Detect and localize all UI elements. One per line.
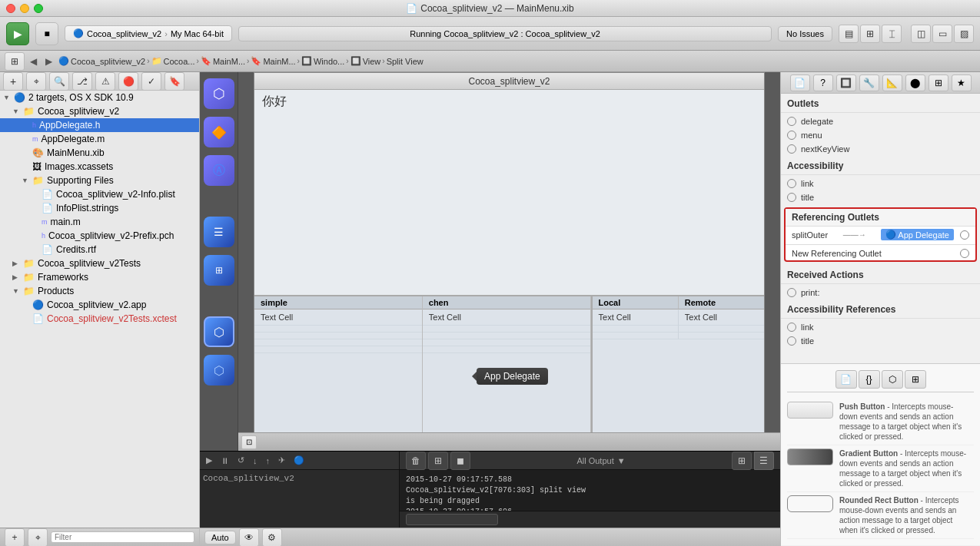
breadcrumb-item-5[interactable]: 🔲 Windo... xyxy=(301,56,344,66)
add-file-button[interactable]: + xyxy=(3,72,23,91)
ib-second-btn[interactable]: ⬡ xyxy=(204,355,234,386)
ib-xcode-btn[interactable]: Ⓐ xyxy=(204,155,234,186)
ib-placeholder-btn[interactable]: ⬡ xyxy=(204,78,234,109)
traffic-lights[interactable] xyxy=(6,4,43,13)
errors-button[interactable]: 🔴 xyxy=(118,72,138,91)
rt-identity-btn[interactable]: 🔲 xyxy=(836,74,856,91)
stop-button[interactable]: ■ xyxy=(35,22,58,45)
tree-item-xctest[interactable]: 📄 Cocoa_splitview_v2Tests.xctest xyxy=(0,312,199,326)
library-button[interactable]: ⊞ xyxy=(5,52,25,71)
debug-toggle[interactable]: ▭ xyxy=(932,25,952,43)
log-step-btn[interactable]: ↺ xyxy=(234,454,247,467)
log-step4-btn[interactable]: ✈ xyxy=(275,454,288,467)
breadcrumb-item-4[interactable]: 🔖 MainM... xyxy=(251,56,295,66)
minimize-button[interactable] xyxy=(20,4,29,13)
rt-effects-btn[interactable]: ★ xyxy=(952,74,972,91)
tree-item-prefix-pch[interactable]: h Cocoa_splitview_v2-Prefix.pch xyxy=(0,229,199,243)
tab-layout-icon[interactable]: ⊞ xyxy=(905,370,926,389)
outlet-nextkeyview-circle[interactable] xyxy=(787,144,796,154)
ref-outlet-connection-circle[interactable] xyxy=(960,230,969,240)
editor-standard-button[interactable]: ▤ xyxy=(839,25,859,43)
tree-group-tests[interactable]: ▶ 📁 Cocoa_splitview_v2Tests xyxy=(0,256,199,270)
breadcrumb-item-6[interactable]: 🔲 View xyxy=(350,56,381,66)
ib-list-btn[interactable]: ☰ xyxy=(204,217,234,247)
ib-materials-btn[interactable]: 🔶 xyxy=(204,117,234,147)
log-play-btn[interactable]: ▶ xyxy=(203,454,215,467)
tab-code-icon[interactable]: {} xyxy=(859,370,880,389)
auto-selector[interactable]: Auto xyxy=(204,531,236,544)
tree-item-appdelegate-h[interactable]: h AppDelegate.h xyxy=(0,118,199,132)
settings-button[interactable]: ⚙ xyxy=(262,528,282,547)
breadcrumb-item-1[interactable]: 🔵 Cocoa_splitview_v2 xyxy=(58,56,145,66)
ib-zoom-fit[interactable]: ⊡ xyxy=(241,435,257,449)
action-print-circle[interactable] xyxy=(787,288,796,297)
ib-active-btn[interactable]: ⬡ xyxy=(204,316,234,347)
tree-item-app[interactable]: 🔵 Cocoa_splitview_v2.app xyxy=(0,298,199,312)
tree-group-supporting[interactable]: ▼ 📁 Supporting Files xyxy=(0,174,199,187)
filter-button[interactable]: ⌖ xyxy=(26,72,46,91)
ref-outlet-new[interactable]: New Referencing Outlet xyxy=(786,247,975,260)
tree-item-images[interactable]: 🖼 Images.xcassets xyxy=(0,160,199,174)
filter-icon-btn[interactable]: ⌖ xyxy=(28,528,48,547)
tests-button[interactable]: ✓ xyxy=(141,72,161,91)
ref-outlet-new-circle[interactable] xyxy=(960,249,969,258)
tree-item-appdelegate-m[interactable]: m AppDelegate.m xyxy=(0,132,199,146)
log-app-btn[interactable]: 🔵 xyxy=(291,454,307,467)
tree-group-main[interactable]: ▼ 📁 Cocoa_splitview_v2 xyxy=(0,104,199,118)
tree-item-main-m[interactable]: m main.m xyxy=(0,215,199,229)
breadcrumb-item-7[interactable]: Split View xyxy=(387,57,424,66)
git-button[interactable]: ⎇ xyxy=(72,72,92,91)
tab-object-icon[interactable]: ⬡ xyxy=(882,370,903,389)
tab-document-icon[interactable]: 📄 xyxy=(835,370,857,389)
eye-button[interactable]: 👁 xyxy=(239,528,259,547)
run-button[interactable]: ▶ xyxy=(6,22,29,45)
log-step2-btn[interactable]: ↓ xyxy=(250,455,261,467)
access-title-circle[interactable] xyxy=(787,193,796,202)
rt-file-btn[interactable]: 📄 xyxy=(790,74,810,91)
left-search-input[interactable] xyxy=(51,531,194,543)
navigator-toggle[interactable]: ◫ xyxy=(911,25,931,43)
rt-attribs-btn[interactable]: 🔧 xyxy=(859,74,879,91)
warnings-button[interactable]: ⚠ xyxy=(95,72,115,91)
log-view-btn[interactable]: ⊞ xyxy=(732,452,752,470)
access-ref-link-circle[interactable] xyxy=(787,323,796,332)
maximize-button[interactable] xyxy=(34,4,43,13)
tree-group-products[interactable]: ▼ 📁 Products xyxy=(0,284,199,298)
close-button[interactable] xyxy=(6,4,15,13)
nav-forward[interactable]: ▶ xyxy=(42,55,55,68)
outlet-delegate-circle[interactable] xyxy=(787,117,796,126)
tree-item-mainmenu-xib[interactable]: 🎨 MainMenu.xib xyxy=(0,146,199,160)
tree-item-credits[interactable]: 📄 Credits.rtf xyxy=(0,243,199,256)
log-split-btn[interactable]: ⊞ xyxy=(428,452,448,470)
rt-connections-btn[interactable]: ⬤ xyxy=(905,74,925,91)
log-filter-input[interactable] xyxy=(406,514,498,525)
editor-assistant-button[interactable]: ⊞ xyxy=(860,25,880,43)
action-print-label: print: xyxy=(801,288,974,297)
outlet-menu-circle[interactable] xyxy=(787,131,796,140)
log-step3-btn[interactable]: ↑ xyxy=(263,455,274,467)
rounded-rect-button-preview xyxy=(787,495,833,512)
log-filter-btn[interactable]: ◼ xyxy=(450,452,470,470)
tree-item-info-plist[interactable]: 📄 Cocoa_splitview_v2-Info.plist xyxy=(0,187,199,201)
access-link-circle[interactable] xyxy=(787,179,796,188)
bookmarks-button[interactable]: 🔖 xyxy=(164,72,184,91)
log-list-btn[interactable]: ☰ xyxy=(754,452,774,470)
col-cell-chen: Text Cell xyxy=(423,309,590,326)
log-clear-btn[interactable]: 🗑 xyxy=(406,452,426,470)
breadcrumb-item-2[interactable]: 📁 Cocoa... xyxy=(151,56,195,66)
ib-grid-btn[interactable]: ⊞ xyxy=(204,255,234,286)
log-pause-btn[interactable]: ⏸ xyxy=(218,455,232,467)
rt-quick-help-btn[interactable]: ? xyxy=(813,74,833,91)
nav-back[interactable]: ◀ xyxy=(26,55,40,68)
breadcrumb-item-3[interactable]: 🔖 MainM... xyxy=(201,56,245,66)
search-button[interactable]: 🔍 xyxy=(49,72,69,91)
access-ref-title-circle[interactable] xyxy=(787,336,796,346)
tree-item-infoplist-strings[interactable]: 📄 InfoPlist.strings xyxy=(0,201,199,215)
rt-size-btn[interactable]: 📐 xyxy=(882,74,902,91)
editor-version-button[interactable]: ⌶ xyxy=(882,25,902,43)
tree-group-frameworks[interactable]: ▶ 📁 Frameworks xyxy=(0,270,199,284)
log-output-selector[interactable]: All Output ▼ xyxy=(576,456,625,465)
utilities-toggle[interactable]: ▨ xyxy=(954,25,974,43)
rt-bindings-btn[interactable]: ⊞ xyxy=(929,74,948,91)
add-button[interactable]: + xyxy=(5,528,25,547)
